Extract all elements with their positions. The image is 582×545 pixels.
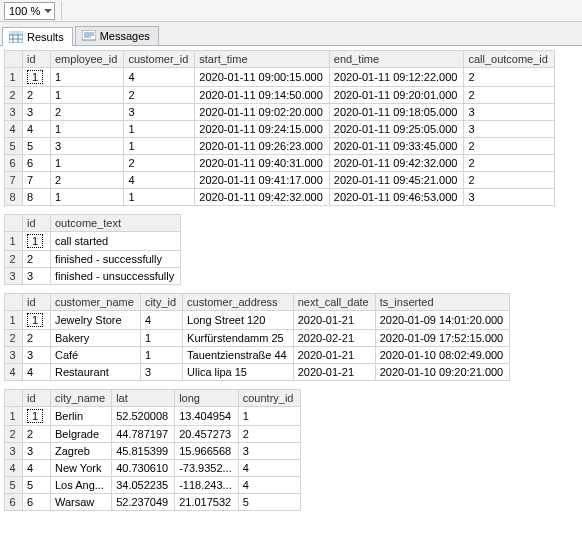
cell[interactable]: 1 <box>124 138 195 155</box>
cell[interactable]: Berlin <box>51 407 112 426</box>
cell[interactable]: 2020-01-11 09:24:15.000 <box>195 121 330 138</box>
cell[interactable]: Long Street 120 <box>183 311 294 330</box>
table-row[interactable]: 55312020-01-11 09:26:23.0002020-01-11 09… <box>5 138 555 155</box>
cell[interactable]: Zagreb <box>51 443 112 460</box>
column-header[interactable]: lat <box>112 390 175 407</box>
cell[interactable]: 3 <box>23 268 51 285</box>
column-header[interactable]: city_name <box>51 390 112 407</box>
table-row[interactable]: 11call started <box>5 232 181 251</box>
column-header[interactable]: start_time <box>195 51 330 68</box>
cell[interactable]: 2020-01-11 09:12:22.000 <box>329 68 464 87</box>
cell[interactable]: 4 <box>238 460 300 477</box>
row-number[interactable]: 4 <box>5 364 23 381</box>
table-row[interactable]: 66122020-01-11 09:40:31.0002020-01-11 09… <box>5 155 555 172</box>
table-row[interactable]: 88112020-01-11 09:42:32.0002020-01-11 09… <box>5 189 555 206</box>
result-grid[interactable]: idcustomer_namecity_idcustomer_addressne… <box>4 293 510 381</box>
cell[interactable]: 2 <box>464 172 555 189</box>
column-header[interactable]: customer_id <box>124 51 195 68</box>
cell[interactable]: 44.787197 <box>112 426 175 443</box>
cell[interactable]: 2020-01-11 09:40:31.000 <box>195 155 330 172</box>
row-number[interactable]: 2 <box>5 251 23 268</box>
cell[interactable]: 1 <box>140 330 182 347</box>
cell[interactable]: 2 <box>464 87 555 104</box>
cell[interactable]: 3 <box>23 443 51 460</box>
cell[interactable]: 1 <box>124 189 195 206</box>
row-number[interactable]: 2 <box>5 87 23 104</box>
cell[interactable]: 5 <box>238 494 300 511</box>
table-row[interactable]: 44112020-01-11 09:24:15.0002020-01-11 09… <box>5 121 555 138</box>
result-grid[interactable]: idoutcome_text11call started22finished -… <box>4 214 181 285</box>
cell[interactable]: 2020-02-21 <box>293 330 375 347</box>
row-number[interactable]: 3 <box>5 443 23 460</box>
cell[interactable]: 3 <box>124 104 195 121</box>
cell[interactable]: 2020-01-21 <box>293 364 375 381</box>
row-number[interactable]: 2 <box>5 330 23 347</box>
cell[interactable]: 5 <box>23 477 51 494</box>
table-row[interactable]: 33Café1Tauentzienstraße 442020-01-212020… <box>5 347 510 364</box>
cell[interactable]: 4 <box>23 364 51 381</box>
table-row[interactable]: 22Bakery1Kurfürstendamm 252020-02-212020… <box>5 330 510 347</box>
cell[interactable]: 4 <box>238 477 300 494</box>
cell[interactable]: 21.017532 <box>175 494 239 511</box>
table-row[interactable]: 33Zagreb45.81539915.9665683 <box>5 443 301 460</box>
cell[interactable]: 1 <box>51 87 124 104</box>
column-header[interactable]: country_id <box>238 390 300 407</box>
cell[interactable]: 2020-01-11 09:14:50.000 <box>195 87 330 104</box>
cell[interactable]: 7 <box>23 172 51 189</box>
cell[interactable]: 3 <box>51 138 124 155</box>
cell[interactable]: call started <box>51 232 181 251</box>
cell[interactable]: 4 <box>124 172 195 189</box>
cell[interactable]: 2020-01-11 09:42:32.000 <box>329 155 464 172</box>
cell[interactable]: 4 <box>23 460 51 477</box>
cell[interactable]: 1 <box>51 189 124 206</box>
column-header[interactable]: call_outcome_id <box>464 51 555 68</box>
cell[interactable]: 2020-01-11 09:33:45.000 <box>329 138 464 155</box>
cell[interactable]: 34.052235 <box>112 477 175 494</box>
column-header[interactable]: customer_name <box>51 294 141 311</box>
cell[interactable]: 20.457273 <box>175 426 239 443</box>
cell[interactable]: 1 <box>51 68 124 87</box>
table-row[interactable]: 44Restaurant3Ulica lipa 152020-01-212020… <box>5 364 510 381</box>
column-header[interactable]: outcome_text <box>51 215 181 232</box>
table-row[interactable]: 11Berlin52.52000813.4049541 <box>5 407 301 426</box>
cell[interactable]: 2020-01-09 17:52:15.000 <box>375 330 510 347</box>
cell[interactable]: -118.243... <box>175 477 239 494</box>
cell[interactable]: Belgrade <box>51 426 112 443</box>
cell[interactable]: 1 <box>124 121 195 138</box>
cell[interactable]: 4 <box>124 68 195 87</box>
cell[interactable]: 2 <box>23 251 51 268</box>
cell[interactable]: 1 <box>238 407 300 426</box>
cell[interactable]: 1 <box>51 121 124 138</box>
result-grid[interactable]: idcity_namelatlongcountry_id11Berlin52.5… <box>4 389 301 511</box>
cell[interactable]: 2 <box>23 426 51 443</box>
cell[interactable]: 1 <box>23 311 51 330</box>
cell[interactable]: 4 <box>140 311 182 330</box>
cell[interactable]: 2 <box>464 155 555 172</box>
table-row[interactable]: 33232020-01-11 09:02:20.0002020-01-11 09… <box>5 104 555 121</box>
row-number[interactable]: 4 <box>5 121 23 138</box>
cell[interactable]: 2 <box>51 104 124 121</box>
column-header[interactable]: id <box>23 215 51 232</box>
cell[interactable]: 2020-01-21 <box>293 347 375 364</box>
row-number[interactable]: 1 <box>5 232 23 251</box>
row-number[interactable]: 3 <box>5 268 23 285</box>
cell[interactable]: Jewelry Store <box>51 311 141 330</box>
cell[interactable]: 5 <box>23 138 51 155</box>
cell[interactable]: 6 <box>23 155 51 172</box>
cell[interactable]: 1 <box>51 155 124 172</box>
column-header[interactable]: ts_inserted <box>375 294 510 311</box>
row-number[interactable]: 1 <box>5 68 23 87</box>
table-row[interactable]: 11Jewelry Store4Long Street 1202020-01-2… <box>5 311 510 330</box>
cell[interactable]: -73.9352... <box>175 460 239 477</box>
cell[interactable]: 2020-01-11 09:41:17.000 <box>195 172 330 189</box>
row-number[interactable]: 7 <box>5 172 23 189</box>
row-number[interactable]: 5 <box>5 138 23 155</box>
cell[interactable]: 52.520008 <box>112 407 175 426</box>
table-row[interactable]: 33finished - unsuccessfully <box>5 268 181 285</box>
cell[interactable]: Café <box>51 347 141 364</box>
cell[interactable]: 2020-01-11 09:42:32.000 <box>195 189 330 206</box>
cell[interactable]: Tauentzienstraße 44 <box>183 347 294 364</box>
column-header[interactable]: id <box>23 390 51 407</box>
row-number[interactable]: 2 <box>5 426 23 443</box>
cell[interactable]: 1 <box>23 232 51 251</box>
